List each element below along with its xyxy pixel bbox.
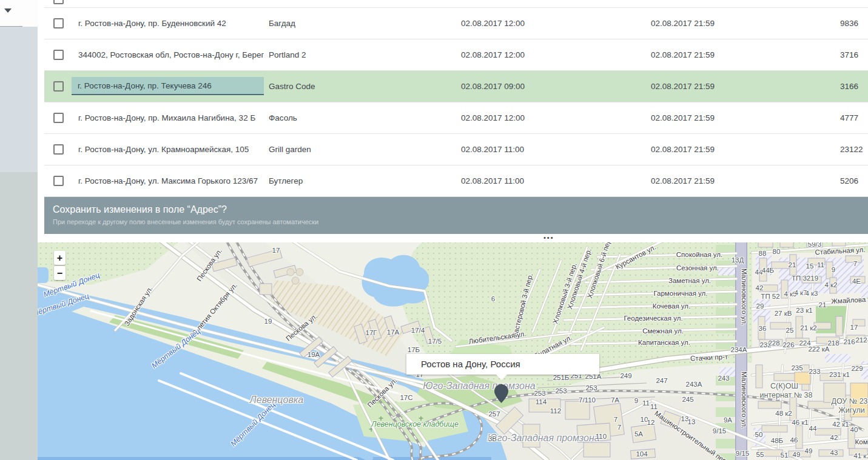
row-checkbox[interactable] (53, 144, 64, 155)
table-row[interactable]: г. Ростов-на-Дону, пр. Буденновский 42Ба… (44, 8, 868, 39)
sidebar-panel-bottom (0, 172, 38, 460)
row-address: г. Ростов-на-Дону, пр. Михаила Нагибина,… (78, 102, 264, 133)
save-banner: Сохранить изменения в поле “Адрес”? При … (44, 197, 868, 234)
row-start-time: 02.08.2017 11:00 (461, 165, 524, 196)
row-start-time: 02.08.2017 12:00 (461, 102, 525, 133)
row-address: г. Ростов-на-Дону, ул. Крамноармейская, … (78, 134, 264, 165)
row-start-time: 02.08.2017 12:00 (461, 8, 525, 39)
row-address: г. Ростов-на-Дону, ул. Максима Горького … (78, 165, 264, 196)
row-name: Gastro Code (269, 71, 451, 102)
row-address: 344002, Ростовская обл, Ростов-на-Дону г… (78, 39, 264, 70)
row-value: 3716 (840, 39, 858, 70)
row-end-time: 02.08.2017 21:59 (651, 8, 715, 39)
row-checkbox[interactable] (53, 18, 64, 28)
map-zoom-control: + − (54, 251, 66, 281)
chevron-down-icon[interactable] (4, 8, 12, 13)
row-checkbox[interactable] (53, 0, 64, 4)
row-end-time: 02.08.2017 21:59 (651, 165, 715, 196)
table-row[interactable]: г. Ростов-на-Дону, ул. Максима Горького … (44, 165, 868, 197)
save-banner-title: Сохранить изменения в поле “Адрес”? (53, 203, 868, 216)
row-end-time: 02.08.2017 21:59 (651, 102, 715, 133)
sidebar-header (0, 0, 38, 27)
address-input[interactable] (72, 77, 264, 94)
row-start-time: 02.08.2017 09:00 (461, 71, 525, 102)
row-name: Portland 2 (269, 39, 451, 70)
save-banner-subtitle: При переходе к другому полю внесенные из… (53, 218, 868, 225)
table-row[interactable]: Gastro Code02.08.2017 09:0002.08.2017 21… (44, 71, 868, 102)
row-end-time: 02.08.2017 21:59 (651, 71, 715, 102)
table-row[interactable]: 344002, Ростовская обл, Ростов-на-Дону г… (44, 39, 868, 71)
map-graphics (38, 242, 868, 460)
table-row-partial (44, 0, 868, 8)
row-value: 4777 (840, 102, 858, 133)
row-value: 23122 (840, 134, 863, 165)
pane-splitter: ••• (38, 234, 868, 242)
row-checkbox[interactable] (53, 176, 64, 186)
row-checkbox[interactable] (53, 50, 64, 60)
row-checkbox[interactable] (53, 113, 64, 123)
locations-table: г. Ростов-на-Дону, пр. Буденновский 42Ба… (44, 0, 868, 197)
row-name: Багдад (269, 8, 451, 39)
table-row[interactable]: г. Ростов-на-Дону, пр. Михаила Нагибина,… (44, 102, 868, 134)
map-tooltip: Ростов на Дону, Россия (406, 354, 599, 375)
row-name: Фасоль (269, 102, 451, 133)
row-start-time: 02.08.2017 12:00 (461, 39, 525, 70)
map-tooltip-notch (496, 375, 507, 380)
map-pin[interactable] (494, 384, 508, 403)
map-tooltip-text: Ростов на Дону, Россия (421, 359, 520, 369)
address-edit-field[interactable] (72, 77, 264, 95)
table-row[interactable]: г. Ростов-на-Дону, ул. Крамноармейская, … (44, 134, 868, 165)
zoom-in-button[interactable]: + (54, 251, 66, 265)
row-address: г. Ростов-на-Дону, пр. Буденновский 42 (78, 8, 264, 39)
row-name: Бутлегер (269, 165, 451, 196)
row-end-time: 02.08.2017 21:59 (651, 134, 715, 165)
map-canvas[interactable]: Задонская ул.30-летия Октября ул.Пескова… (38, 242, 868, 460)
row-name: Grill garden (269, 134, 451, 165)
row-end-time: 02.08.2017 21:59 (651, 39, 715, 70)
sidebar-panel-top (0, 27, 38, 172)
zoom-out-button[interactable]: − (54, 266, 66, 280)
splitter-handle[interactable]: ••• (543, 234, 554, 241)
row-value: 3166 (840, 71, 858, 102)
row-value: 5206 (840, 165, 858, 196)
row-value: 9836 (840, 8, 858, 39)
row-start-time: 02.08.2017 11:00 (461, 134, 524, 165)
left-sidebar (0, 0, 38, 460)
row-checkbox[interactable] (53, 81, 64, 92)
